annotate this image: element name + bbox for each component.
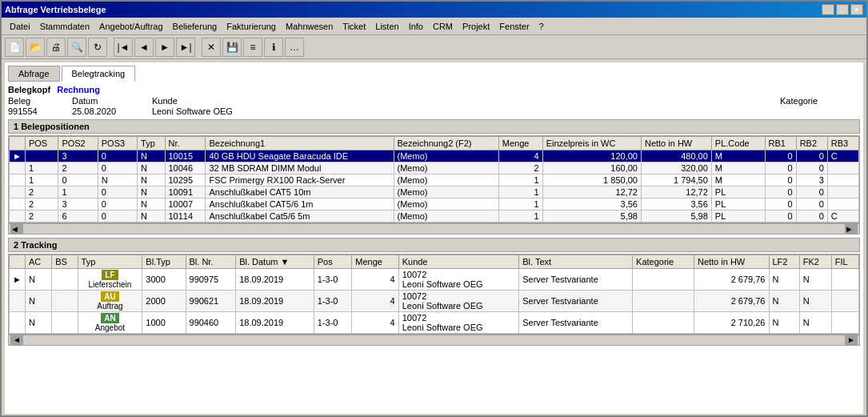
- toolbar-delete[interactable]: ✕: [202, 38, 221, 57]
- typ-label: Angebot: [95, 323, 125, 332]
- minimize-button[interactable]: _: [822, 4, 834, 15]
- cell-pos3: 0: [98, 186, 137, 198]
- menu-projekt[interactable]: Projekt: [458, 20, 494, 33]
- track-scroll-left[interactable]: ◄: [10, 335, 23, 345]
- cell-bez2: (Memo): [394, 162, 498, 174]
- beleg-value: 991554: [8, 106, 72, 116]
- cell-bez1: Anschlußkabel Cat5/6 5m: [206, 211, 394, 223]
- track-cell-bl-datum: 18.09.2019: [236, 312, 314, 334]
- tab-abfrage[interactable]: Abfrage: [8, 66, 60, 82]
- toolbar-info[interactable]: ℹ: [264, 38, 283, 57]
- col-rb2: RB2: [796, 137, 827, 150]
- cell-nr: 10091: [165, 186, 206, 198]
- cell-netto: 1 794,50: [641, 174, 711, 186]
- table-row[interactable]: N AU Auftrag 2000 990621 18.09.2019 1-3-…: [10, 291, 859, 312]
- track-scroll-right[interactable]: ►: [845, 335, 858, 345]
- cell-netto: 12,72: [641, 186, 711, 198]
- track-col-kategorie: Kategorie: [633, 255, 694, 269]
- toolbar-more[interactable]: ≡: [243, 38, 262, 57]
- menu-fakturierung[interactable]: Fakturierung: [222, 20, 281, 33]
- belegkopf-section: Belegkopf Rechnung Beleg Datum Kunde Kat…: [8, 85, 860, 116]
- track-col-netto: Netto in HW: [694, 255, 769, 269]
- menu-info[interactable]: Info: [404, 20, 428, 33]
- track-cell-lf2: N: [769, 291, 799, 312]
- cell-pos3: 0: [98, 162, 137, 174]
- toolbar-new[interactable]: 📄: [5, 38, 24, 57]
- menu-crm[interactable]: CRM: [428, 20, 458, 33]
- track-cell-bl-datum: 18.09.2019: [236, 291, 314, 312]
- scrollbar-thumb-right[interactable]: ►: [845, 224, 858, 234]
- menu-ticket[interactable]: Ticket: [338, 20, 370, 33]
- menu-fenster[interactable]: Fenster: [494, 20, 534, 33]
- tracking-table-container[interactable]: AC BS Typ Bl.Typ Bl. Nr. Bl. Datum ▼ Pos…: [8, 254, 860, 335]
- track-cell-typ: LF Lieferschein: [78, 269, 142, 291]
- menu-stammdaten[interactable]: Stammdaten: [35, 20, 94, 33]
- track-cell-fil: [831, 269, 858, 291]
- col-pos: POS: [25, 137, 58, 150]
- track-col-bs: BS: [52, 255, 78, 269]
- separator-2: [197, 38, 200, 57]
- datum-value: 25.08.2020: [72, 106, 152, 116]
- cell-einzelpreis: 160,00: [542, 162, 641, 174]
- table-row[interactable]: ► N LF Lieferschein 3000 990975 18.09.20…: [10, 269, 859, 291]
- cell-typ: N: [138, 174, 165, 186]
- table-row[interactable]: N AN Angebot 1000 990460 18.09.2019 1-3-…: [10, 312, 859, 334]
- col-plcode: PL.Code: [711, 137, 765, 150]
- kunde-header: Kunde: [152, 96, 312, 106]
- cell-pos: 2: [25, 211, 58, 223]
- table-row[interactable]: 1 2 0 N 10046 32 MB SDRAM DIMM Modul (Me…: [10, 162, 859, 174]
- col-rb3: RB3: [827, 137, 858, 150]
- track-cell-fk2: N: [799, 312, 831, 334]
- toolbar-preview[interactable]: 🔍: [67, 38, 86, 57]
- typ-badge: LF: [102, 270, 118, 280]
- track-col-indicator: [10, 255, 26, 269]
- maximize-button[interactable]: □: [836, 4, 849, 15]
- row-indicator: ►: [10, 150, 26, 162]
- toolbar-first[interactable]: |◄: [114, 38, 133, 57]
- cell-nr: 10114: [165, 211, 206, 223]
- menu-help[interactable]: ?: [534, 20, 549, 33]
- toolbar-print[interactable]: 🖨: [46, 38, 66, 57]
- col-nr: Nr.: [165, 137, 206, 150]
- menu-mahnwesen[interactable]: Mahnwesen: [281, 20, 338, 33]
- row-indicator: [10, 211, 26, 223]
- belegpos-scrollbar[interactable]: ◄ ►: [8, 223, 860, 235]
- table-row[interactable]: ► 3 0 N 10015 40 GB HDU Seagate Baracuda…: [10, 150, 859, 162]
- menu-datei[interactable]: Datei: [5, 20, 35, 33]
- cell-rb1: 0: [765, 211, 796, 223]
- track-col-fk2: FK2: [799, 255, 831, 269]
- track-cell-lf2: N: [769, 312, 799, 334]
- menu-listen[interactable]: Listen: [370, 20, 403, 33]
- belegpositionen-table-container[interactable]: POS POS2 POS3 Typ Nr. Bezeichnung1 Bezei…: [8, 135, 860, 223]
- track-scroll-track[interactable]: [25, 335, 843, 345]
- toolbar-next[interactable]: ►: [155, 38, 174, 57]
- toolbar-refresh[interactable]: ↻: [88, 38, 107, 57]
- toolbar-extra[interactable]: …: [285, 38, 304, 57]
- toolbar-open[interactable]: 📂: [26, 38, 45, 57]
- separator-1: [109, 38, 112, 57]
- cell-nr: 10015: [165, 150, 206, 162]
- scrollbar-thumb-left[interactable]: ◄: [10, 224, 23, 234]
- scrollbar-track[interactable]: [25, 224, 843, 234]
- tab-row: Abfrage Belegtracking: [8, 66, 860, 82]
- menu-angebot-auftrag[interactable]: Angebot/Auftrag: [94, 20, 168, 33]
- track-cell-bs: [52, 269, 78, 291]
- window-title: Abfrage Vertriebsbelege: [5, 5, 106, 14]
- col-bez2: Bezeichnung2 (F2): [394, 137, 498, 150]
- toolbar-prev[interactable]: ◄: [134, 38, 154, 57]
- tracking-scrollbar[interactable]: ◄ ►: [8, 335, 860, 346]
- menu-belieferung[interactable]: Belieferung: [168, 20, 222, 33]
- cell-menge: 1: [498, 174, 542, 186]
- table-row[interactable]: 2 1 0 N 10091 Anschlußkabel CAT5 10m (Me…: [10, 186, 859, 198]
- typ-label: Auftrag: [97, 302, 122, 311]
- track-cell-lf2: N: [769, 269, 799, 291]
- close-button[interactable]: ×: [850, 4, 863, 15]
- table-row[interactable]: 2 3 0 N 10007 Anschlußkabel CAT5/6 1m (M…: [10, 198, 859, 211]
- table-row[interactable]: 2 6 0 N 10114 Anschlußkabel Cat5/6 5m (M…: [10, 211, 859, 223]
- cell-netto: 320,00: [641, 162, 711, 174]
- toolbar-last[interactable]: ►|: [176, 38, 195, 57]
- tab-belegtracking[interactable]: Belegtracking: [62, 66, 136, 82]
- toolbar-save[interactable]: 💾: [222, 38, 242, 57]
- cell-nr: 10007: [165, 198, 206, 211]
- table-row[interactable]: 1 0 N N 10295 FSC Primergy RX100 Rack-Se…: [10, 174, 859, 186]
